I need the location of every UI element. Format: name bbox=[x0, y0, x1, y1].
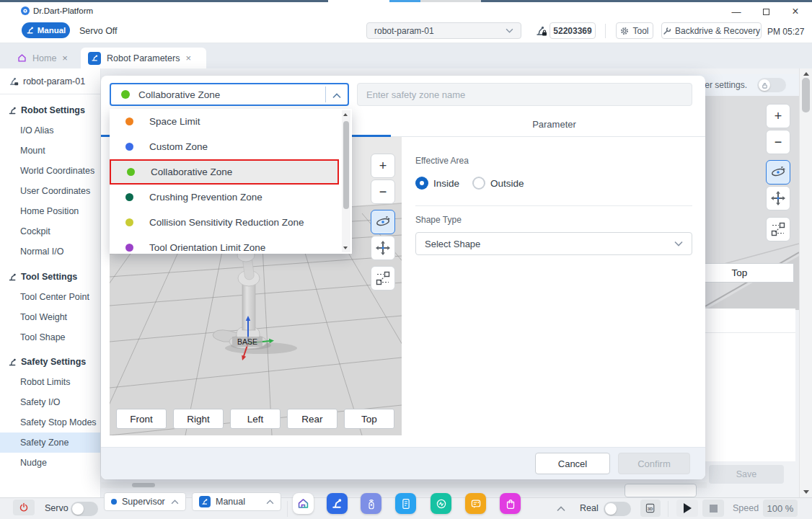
zone-type-select[interactable]: Collaborative Zone bbox=[110, 83, 349, 106]
scrollbar-thumb[interactable] bbox=[802, 78, 810, 112]
safety-zone-name-input[interactable] bbox=[357, 83, 692, 106]
measure-distance-icon bbox=[375, 270, 391, 286]
power-button[interactable] bbox=[13, 500, 35, 515]
settings-lock-toggle[interactable] bbox=[757, 78, 786, 92]
viewport-measure-button[interactable] bbox=[371, 266, 395, 290]
confirm-button[interactable]: Confirm bbox=[618, 453, 690, 474]
view-front-button[interactable]: Front bbox=[116, 409, 167, 429]
radio-inside[interactable]: Inside bbox=[415, 177, 459, 190]
viewport-zoom-out-button[interactable]: − bbox=[371, 179, 395, 204]
viewport-zoom-in-button[interactable]: + bbox=[371, 154, 395, 178]
sidebar-item-home-position[interactable]: Home Position bbox=[0, 201, 100, 221]
bg-measure-button[interactable] bbox=[766, 217, 790, 241]
bg-zoom-out-button[interactable]: − bbox=[766, 130, 790, 154]
viewport-pan-button[interactable] bbox=[371, 236, 395, 260]
option-space-limit[interactable]: Space Limit bbox=[110, 109, 339, 134]
scroll-up-arrow[interactable] bbox=[343, 113, 348, 116]
sidebar-item-safety-io[interactable]: Safety I/O bbox=[0, 392, 100, 412]
radio-outside-control[interactable] bbox=[472, 177, 485, 190]
tab-home[interactable]: Home × bbox=[10, 48, 76, 68]
dock-store-app[interactable] bbox=[500, 493, 521, 514]
sidebar-section-tool-settings[interactable]: Tool Settings bbox=[0, 267, 100, 287]
servo-toggle[interactable] bbox=[71, 502, 98, 516]
dropdown-scrollbar[interactable] bbox=[342, 110, 350, 252]
sidebar-section-robot-settings[interactable]: Robot Settings bbox=[0, 100, 100, 120]
scroll-down-arrow[interactable] bbox=[803, 490, 809, 494]
option-tool-orientation-limit-zone[interactable]: Tool Orientation Limit Zone bbox=[110, 235, 339, 254]
tool-button[interactable]: Tool bbox=[616, 22, 653, 39]
sidebar-item-safety-stop-modes[interactable]: Safety Stop Modes bbox=[0, 412, 100, 432]
play-button[interactable] bbox=[676, 500, 698, 517]
tab-home-close-icon[interactable]: × bbox=[62, 53, 68, 63]
option-label: Collision Sensitivity Reduction Zone bbox=[149, 217, 304, 228]
option-collaborative-zone[interactable]: Collaborative Zone bbox=[110, 159, 339, 185]
sidebar-item-safety-zone[interactable]: Safety Zone bbox=[0, 432, 100, 453]
minimize-button[interactable]: — bbox=[724, 4, 749, 19]
dock-monitoring-app[interactable] bbox=[431, 493, 451, 514]
dock-expand-chevron-icon[interactable] bbox=[557, 506, 565, 512]
zone-color-dot bbox=[125, 117, 133, 125]
real-toggle[interactable] bbox=[604, 502, 631, 516]
sidebar-item-normal-io[interactable]: Normal I/O bbox=[0, 241, 100, 262]
view-top-button[interactable]: Top bbox=[344, 409, 394, 429]
view-left-button[interactable]: Left bbox=[230, 409, 281, 429]
manual-mode-label: Manual bbox=[37, 26, 66, 35]
sidebar-item-world-coordinates[interactable]: World Coordinates bbox=[0, 161, 100, 181]
scrollbar-thumb[interactable] bbox=[343, 121, 349, 209]
role-select[interactable]: Supervisor bbox=[104, 492, 186, 511]
sidebar-param-header[interactable]: robot-param-01 bbox=[0, 68, 100, 94]
view-right-button[interactable]: Right bbox=[173, 409, 224, 429]
shape-type-select[interactable]: Select Shape bbox=[415, 232, 692, 255]
tab-parameter[interactable]: Parameter bbox=[403, 112, 705, 137]
vertical-scrollbar[interactable] bbox=[799, 68, 812, 497]
top-toolbar: Manual Servo Off robot-param-01 52203369… bbox=[0, 20, 812, 43]
scroll-up-arrow[interactable] bbox=[803, 72, 809, 76]
view-rear-button[interactable]: Rear bbox=[287, 409, 337, 429]
horizontal-scrollbar[interactable] bbox=[101, 482, 707, 488]
sidebar-item-tool-weight[interactable]: Tool Weight bbox=[0, 307, 100, 327]
sidebar-item-user-coordinates[interactable]: User Coordinates bbox=[0, 181, 100, 201]
robot-param-select[interactable]: robot-param-01 bbox=[366, 22, 521, 39]
servo-label: Servo bbox=[45, 503, 69, 513]
option-collision-sensitivity-reduction-zone[interactable]: Collision Sensitivity Reduction Zone bbox=[110, 210, 339, 235]
stop-button[interactable] bbox=[702, 500, 724, 517]
sidebar-item-io-alias[interactable]: I/O Alias bbox=[0, 120, 100, 141]
wrench-icon bbox=[663, 27, 671, 35]
zone-color-dot bbox=[125, 193, 133, 201]
scrollbar-thumb[interactable] bbox=[132, 483, 155, 487]
sidebar-item-tool-shape[interactable]: Tool Shape bbox=[0, 327, 100, 347]
option-crushing-prevention-zone[interactable]: Crushing Prevention Zone bbox=[110, 185, 339, 210]
bg-rotate-view-button[interactable] bbox=[766, 160, 790, 185]
manual-mode-button[interactable]: Manual bbox=[22, 22, 70, 38]
sidebar-item-tool-center-point[interactable]: Tool Center Point bbox=[0, 287, 100, 307]
scroll-down-arrow[interactable] bbox=[343, 247, 348, 249]
sidebar-item-cockpit[interactable]: Cockpit bbox=[0, 221, 100, 241]
robot-app-icon bbox=[331, 497, 343, 510]
sidebar-section-safety-settings[interactable]: Safety Settings bbox=[0, 352, 100, 372]
backdrive-recovery-button[interactable]: Backdrive & Recovery bbox=[661, 22, 762, 39]
option-custom-zone[interactable]: Custom Zone bbox=[110, 134, 339, 159]
tab-robot-parameters[interactable]: Robot Parameters × bbox=[81, 48, 206, 68]
dock-robot-parameters-app[interactable] bbox=[327, 493, 348, 514]
radio-inside-control[interactable] bbox=[415, 177, 428, 190]
bg-pan-view-button[interactable] bbox=[766, 186, 790, 210]
play-icon bbox=[684, 503, 692, 513]
speed-value-display[interactable]: 100 % bbox=[763, 500, 798, 517]
view-3d-button[interactable]: 3D bbox=[640, 500, 661, 517]
viewport-rotate-button[interactable] bbox=[371, 210, 395, 234]
radio-outside[interactable]: Outside bbox=[472, 177, 524, 190]
bg-zoom-in-button[interactable]: + bbox=[766, 104, 790, 128]
sidebar-item-robot-limits[interactable]: Robot Limits bbox=[0, 372, 100, 392]
maximize-button[interactable] bbox=[754, 4, 778, 19]
dock-report-app[interactable] bbox=[395, 493, 416, 514]
close-button[interactable]: × bbox=[783, 4, 808, 19]
save-button[interactable]: Save bbox=[709, 465, 784, 484]
dock-chat-app[interactable] bbox=[465, 493, 486, 514]
sidebar-item-nudge[interactable]: Nudge bbox=[0, 453, 100, 473]
mode-select[interactable]: Manual bbox=[192, 492, 281, 511]
tab-robot-parameters-close-icon[interactable]: × bbox=[185, 53, 191, 63]
cancel-button[interactable]: Cancel bbox=[535, 453, 610, 474]
dock-teach-pendant-app[interactable] bbox=[361, 493, 381, 514]
dock-home-app[interactable] bbox=[293, 493, 314, 514]
sidebar-item-mount[interactable]: Mount bbox=[0, 141, 100, 161]
